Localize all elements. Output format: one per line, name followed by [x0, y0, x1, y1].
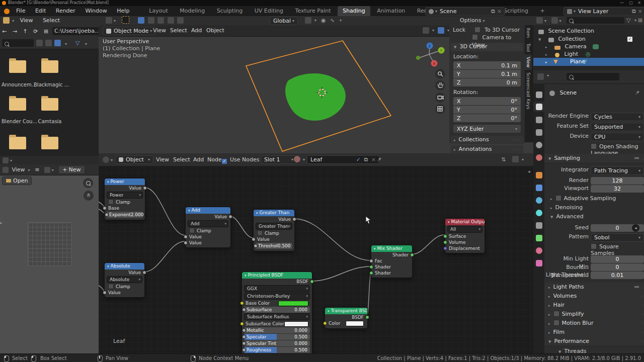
new-collection-icon[interactable]: ⊞	[638, 16, 642, 25]
select-mode-intersect-icon[interactable]	[177, 17, 184, 24]
input-socket[interactable]	[184, 241, 188, 245]
folder-icon[interactable]	[9, 137, 26, 149]
input-socket[interactable]	[105, 213, 109, 217]
select-mode-extend-icon[interactable]	[148, 17, 154, 24]
create-directory-icon[interactable]: ⊞	[42, 25, 50, 38]
euler-dropdown[interactable]: XYZ Euler▾	[453, 125, 521, 133]
output-socket[interactable]	[228, 215, 232, 219]
folder-icon[interactable]	[9, 98, 26, 111]
distribution-dropdown[interactable]: GGX▾	[244, 285, 310, 292]
folder-icon[interactable]	[41, 60, 58, 73]
snap-magnet-icon[interactable]	[305, 17, 311, 24]
file-browser-view-menu[interactable]: View	[16, 16, 37, 25]
base-color-swatch[interactable]	[278, 301, 308, 306]
file-browser-select-menu[interactable]: Select	[39, 16, 64, 25]
cursor-loc-x[interactable]: X0.1 m	[453, 61, 521, 69]
clamp-checkbox[interactable]	[108, 199, 114, 205]
operation-dropdown[interactable]: Greater Than▾	[256, 223, 292, 230]
square-samples-row[interactable]: Square Samples	[591, 243, 644, 256]
object-visibility-icon[interactable]	[423, 27, 429, 34]
blender-menu-icon[interactable]	[4, 9, 10, 14]
outliner-search-input[interactable]	[567, 17, 624, 24]
integrator-dropdown[interactable]: Path Tracing▾	[591, 166, 644, 175]
horizontal-list-icon[interactable]	[45, 40, 52, 46]
material-name-field[interactable]: Leaf ✓ ⧉ ×	[307, 155, 379, 164]
select-mode-set-icon[interactable]	[138, 17, 144, 24]
file-browser-type-icon[interactable]	[3, 17, 10, 24]
image-zoom-icon[interactable]	[83, 178, 93, 188]
tab-modifiers-icon[interactable]	[536, 185, 542, 191]
node-power[interactable]: ▾Power Value Power▾ Clamp Base Exponent2…	[104, 178, 145, 220]
tab-render-icon[interactable]	[536, 104, 542, 110]
folder-label[interactable]: Blender Cou...	[2, 119, 34, 124]
input-socket[interactable]	[443, 234, 447, 238]
nav-back-icon[interactable]: ←	[0, 25, 9, 38]
tab-tool-icon[interactable]	[536, 92, 542, 98]
input-socket[interactable]	[103, 206, 107, 210]
tab-material-icon[interactable]	[536, 247, 542, 254]
camera-view-icon[interactable]	[435, 93, 445, 103]
thumbnail-view-icon[interactable]	[54, 40, 61, 46]
cursor-loc-y[interactable]: Y0.1 m	[453, 70, 521, 78]
remove-view-layer-icon[interactable]: ×	[638, 7, 642, 17]
metallic-slider[interactable]: Metallic0.000	[244, 327, 310, 333]
subsurface-slider[interactable]: Subsurface0.000	[244, 307, 310, 313]
min-light-bounces-field[interactable]: 0	[591, 255, 644, 263]
roughness-slider[interactable]: Roughness0.500	[244, 347, 310, 353]
device-dropdown[interactable]: CPU▾	[591, 133, 644, 141]
cursor-loc-z[interactable]: Z0 m	[453, 78, 521, 86]
tab-tool[interactable]: Tool	[525, 41, 532, 54]
pattern-dropdown[interactable]: Sobol▾	[591, 233, 644, 242]
unlink-scene-icon[interactable]: ×	[497, 7, 502, 17]
copy-material-icon[interactable]: ⧉	[364, 156, 368, 163]
transparent-color-swatch[interactable]	[346, 321, 364, 326]
motion-blur-panel-header[interactable]: ▸Motion Blur::::	[544, 319, 644, 328]
minimize-button[interactable]: —	[620, 0, 624, 6]
node-material-output[interactable]: ▾Material Output All▾ Surface Volume Dis…	[445, 218, 485, 253]
output-socket[interactable]	[143, 186, 147, 190]
input-socket[interactable]	[184, 235, 188, 239]
zoom-tool-icon[interactable]	[435, 69, 445, 79]
image-pan-hand-icon[interactable]: ✋︎	[84, 191, 94, 201]
clamp-checkbox[interactable]	[108, 284, 114, 289]
input-socket[interactable]	[443, 246, 447, 250]
ortho-toggle-icon[interactable]	[435, 104, 445, 114]
properties-breadcrumb-icon[interactable]	[537, 73, 544, 80]
select-mode-invert-icon[interactable]	[168, 17, 174, 24]
proportional-editing-icon[interactable]: ◉	[321, 16, 326, 25]
file-filter-icon[interactable]: ▽	[75, 38, 79, 49]
nav-refresh-icon[interactable]: ⟳	[31, 25, 40, 38]
folder-icon[interactable]	[41, 137, 58, 149]
annotations-panel-header[interactable]: ▸Annotations::::	[451, 145, 523, 153]
to-3d-cursor-checkbox[interactable]	[474, 27, 480, 33]
shader-editor-type-icon[interactable]	[103, 156, 109, 163]
nav-up-icon[interactable]: ↑	[21, 25, 29, 38]
maximize-button[interactable]: ▢	[629, 0, 633, 6]
operation-dropdown[interactable]: Power▾	[107, 192, 143, 199]
outliner-row-collection[interactable]: ▼ Collection ✓	[533, 35, 644, 43]
select-mode-subtract-icon[interactable]	[157, 17, 164, 24]
properties-search-input[interactable]	[567, 73, 619, 80]
pin-icon[interactable]: 📌︎	[634, 89, 640, 96]
exponent-slider[interactable]: Exponent2.000	[107, 212, 143, 218]
operation-dropdown[interactable]: Add▾	[188, 220, 228, 227]
subsurface-radius-dropdown[interactable]: Subsurface Radius▾	[244, 313, 310, 320]
image-view-menu[interactable]: View	[11, 164, 27, 175]
transform-orientation-dropdown[interactable]: Global▾	[270, 17, 298, 25]
volumes-panel-header[interactable]: ▸Volumes::::	[544, 292, 644, 301]
tab-object-data-icon[interactable]	[536, 235, 542, 241]
menu-window[interactable]: Window	[81, 6, 111, 16]
input-socket[interactable]	[242, 348, 246, 352]
node-greater-than[interactable]: ▾Greater Than Value Greater Than▾ Clamp …	[253, 209, 295, 251]
active-tool-icon[interactable]	[106, 17, 112, 24]
tab-uv-editing[interactable]: UV Editing	[250, 6, 288, 16]
tab-layout[interactable]: Layout	[144, 6, 173, 16]
folder-icon[interactable]	[9, 60, 26, 73]
tab-sculpting[interactable]: Sculpting	[212, 6, 248, 16]
input-socket[interactable]	[244, 315, 245, 319]
subsurface-color-swatch[interactable]	[284, 321, 308, 327]
new-view-layer-icon[interactable]: ⧉	[632, 7, 636, 17]
hair-panel-header[interactable]: ▸Hair::::	[544, 301, 644, 310]
toolbar-expand-icon[interactable]: ▸	[0, 220, 3, 225]
tab-world-icon[interactable]	[536, 154, 542, 161]
